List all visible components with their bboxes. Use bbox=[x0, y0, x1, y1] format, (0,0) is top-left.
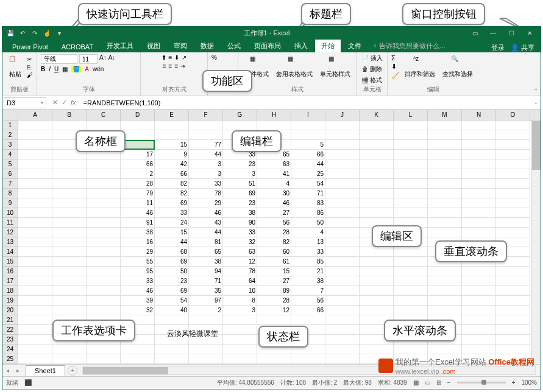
cell-J9[interactable] bbox=[325, 198, 360, 208]
cell-C25[interactable] bbox=[87, 354, 121, 364]
col-header-C[interactable]: C bbox=[87, 110, 121, 121]
cell-G11[interactable]: 90 bbox=[223, 218, 257, 228]
cell-E10[interactable]: 33 bbox=[155, 208, 189, 218]
fill-color-icon[interactable]: 🪣 bbox=[71, 66, 81, 72]
cell-D2[interactable] bbox=[121, 130, 155, 140]
cell-I19[interactable]: 56 bbox=[291, 296, 325, 306]
cell-F21[interactable] bbox=[189, 315, 223, 325]
cell-H20[interactable]: 12 bbox=[257, 306, 291, 315]
cell-O20[interactable] bbox=[496, 306, 530, 315]
ribbon-options-icon[interactable]: ▭ bbox=[466, 27, 483, 38]
cell-C14[interactable] bbox=[87, 247, 121, 257]
cell-I10[interactable]: 86 bbox=[291, 208, 325, 218]
decrease-font-icon[interactable]: A↓ bbox=[108, 54, 116, 64]
row-header-7[interactable]: 7 bbox=[2, 179, 18, 189]
name-box[interactable]: D3 bbox=[4, 97, 46, 108]
format-painter-icon[interactable]: 🖌 bbox=[27, 72, 33, 79]
tab-Power Pivot[interactable]: Power Pivot bbox=[6, 41, 54, 52]
cell-D11[interactable]: 91 bbox=[121, 218, 155, 228]
cell-J24[interactable] bbox=[325, 345, 360, 354]
cell-E6[interactable]: 66 bbox=[155, 169, 189, 179]
cell-O19[interactable] bbox=[496, 296, 530, 306]
cell-H1[interactable] bbox=[257, 121, 291, 130]
insert-cells-button[interactable]: 📄 插入 bbox=[361, 54, 383, 63]
cell-H7[interactable]: 4 bbox=[257, 179, 291, 189]
cell-C11[interactable] bbox=[87, 218, 121, 228]
cell-K20[interactable] bbox=[360, 306, 394, 315]
cell-E8[interactable]: 82 bbox=[155, 189, 189, 198]
cell-K8[interactable] bbox=[360, 189, 394, 198]
col-header-G[interactable]: G bbox=[223, 110, 257, 121]
tab-开发工具[interactable]: 开发工具 bbox=[101, 40, 140, 52]
cell-O12[interactable] bbox=[496, 228, 530, 237]
cell-J16[interactable] bbox=[325, 267, 360, 276]
cell-H15[interactable]: 61 bbox=[257, 257, 291, 267]
cell-K6[interactable] bbox=[360, 169, 394, 179]
sort-filter-button[interactable]: ᴬz排序和筛选 bbox=[402, 54, 438, 80]
font-size-box[interactable]: 11 bbox=[79, 54, 98, 64]
cell-A10[interactable] bbox=[18, 208, 52, 218]
cell-I15[interactable]: 85 bbox=[291, 257, 325, 267]
cell-H18[interactable]: 89 bbox=[257, 286, 291, 296]
cell-L16[interactable] bbox=[394, 267, 428, 276]
align-middle-icon[interactable]: ≡ bbox=[169, 54, 172, 61]
cell-O8[interactable] bbox=[496, 189, 530, 198]
save-icon[interactable]: 💾 bbox=[6, 29, 15, 37]
cell-G5[interactable]: 23 bbox=[223, 159, 257, 169]
cell-F5[interactable]: 3 bbox=[189, 159, 223, 169]
phonetic-icon[interactable]: wén bbox=[93, 66, 104, 72]
row-header-23[interactable]: 23 bbox=[2, 335, 18, 345]
col-header-E[interactable]: E bbox=[155, 110, 189, 121]
underline-icon[interactable]: U bbox=[54, 66, 59, 72]
cell-G17[interactable]: 64 bbox=[223, 276, 257, 286]
cell-C16[interactable] bbox=[87, 267, 121, 276]
cell-G6[interactable]: 3 bbox=[223, 169, 257, 179]
cell-B19[interactable] bbox=[52, 296, 87, 306]
align-center-icon[interactable]: ≡ bbox=[169, 63, 172, 69]
col-header-B[interactable]: B bbox=[52, 110, 87, 121]
cell-M20[interactable] bbox=[428, 306, 462, 315]
paste-button[interactable]: 📋 粘贴 bbox=[6, 54, 24, 80]
cell-L6[interactable] bbox=[394, 169, 428, 179]
cell-E19[interactable]: 54 bbox=[155, 296, 189, 306]
cell-D15[interactable]: 55 bbox=[121, 257, 155, 267]
cell-M17[interactable] bbox=[428, 276, 462, 286]
cell-F8[interactable]: 78 bbox=[189, 189, 223, 198]
cell-E16[interactable]: 50 bbox=[155, 267, 189, 276]
cell-J23[interactable] bbox=[325, 335, 360, 345]
cell-H19[interactable]: 28 bbox=[257, 296, 291, 306]
cell-C9[interactable] bbox=[87, 198, 121, 208]
cell-G25[interactable] bbox=[223, 354, 257, 364]
cell-N19[interactable] bbox=[462, 296, 496, 306]
cell-J21[interactable] bbox=[325, 315, 360, 325]
cell-K17[interactable] bbox=[360, 276, 394, 286]
cell-H14[interactable]: 60 bbox=[257, 247, 291, 257]
cell-E11[interactable]: 24 bbox=[155, 218, 189, 228]
bold-icon[interactable]: B bbox=[41, 66, 45, 72]
cell-K2[interactable] bbox=[360, 130, 394, 140]
cell-F20[interactable]: 2 bbox=[189, 306, 223, 315]
cell-F18[interactable]: 35 bbox=[189, 286, 223, 296]
col-header-I[interactable]: I bbox=[291, 110, 325, 121]
cell-K16[interactable] bbox=[360, 267, 394, 276]
cell-O4[interactable] bbox=[496, 150, 530, 159]
font-color-icon[interactable]: A bbox=[85, 66, 89, 72]
autosum-icon[interactable]: Σ bbox=[391, 54, 400, 61]
cell-B20[interactable] bbox=[52, 306, 87, 315]
col-header-M[interactable]: M bbox=[428, 110, 462, 121]
orientation-icon[interactable]: ↗ bbox=[182, 54, 186, 61]
cell-N5[interactable] bbox=[462, 159, 496, 169]
cell-F12[interactable]: 44 bbox=[189, 228, 223, 237]
cell-G18[interactable]: 10 bbox=[223, 286, 257, 296]
cell-L7[interactable] bbox=[394, 179, 428, 189]
cell-I20[interactable]: 66 bbox=[291, 306, 325, 315]
cell-A15[interactable] bbox=[18, 257, 52, 267]
cell-B18[interactable] bbox=[52, 286, 87, 296]
cell-H25[interactable] bbox=[257, 354, 291, 364]
cell-H6[interactable]: 41 bbox=[257, 169, 291, 179]
signin-link[interactable]: 登录 bbox=[491, 43, 505, 52]
cell-N17[interactable] bbox=[462, 276, 496, 286]
cell-O10[interactable] bbox=[496, 208, 530, 218]
cell-O11[interactable] bbox=[496, 218, 530, 228]
row-header-22[interactable]: 22 bbox=[2, 325, 18, 335]
